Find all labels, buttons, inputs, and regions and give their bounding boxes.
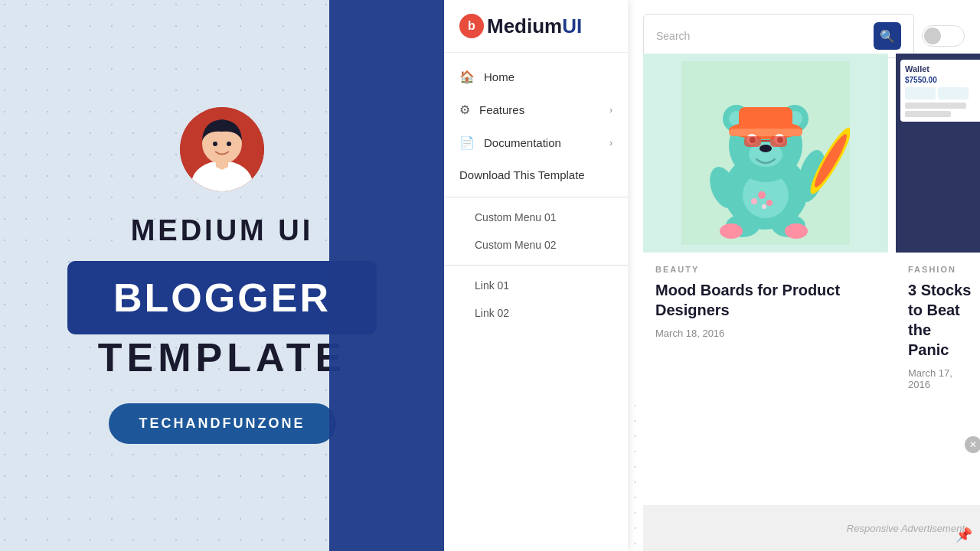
toggle-knob xyxy=(924,28,941,44)
nav-item-home[interactable]: 🏠 Home xyxy=(444,60,628,93)
avatar xyxy=(180,107,264,191)
features-icon: ⚙ xyxy=(459,103,470,117)
template-text: TEMPLATE xyxy=(67,334,377,380)
svg-point-4 xyxy=(213,142,217,146)
logo-letter: b xyxy=(468,19,475,33)
chevron-right-icon-doc: › xyxy=(609,138,612,148)
sub-label-link-01: Link 01 xyxy=(475,279,509,292)
avatar-container xyxy=(180,107,264,191)
home-icon: 🏠 xyxy=(459,70,475,84)
nav-item-features[interactable]: ⚙ Features › xyxy=(444,93,628,126)
svg-rect-23 xyxy=(739,107,792,132)
nav-sub-item-custom-menu-01[interactable]: Custom Menu 01 xyxy=(444,204,628,231)
blog-title-1: Mood Boards for Product Designers xyxy=(655,280,876,320)
blog-title-2: 3 Stocks to Beat the Panic xyxy=(908,280,975,360)
pin-icon: 📌 xyxy=(956,527,972,543)
blog-category-2: FASHION xyxy=(908,265,975,274)
svg-point-5 xyxy=(227,142,231,146)
blogger-box: BLOGGER xyxy=(67,261,377,334)
channel-button[interactable]: TECHANDFUNZONE xyxy=(109,403,336,444)
search-placeholder: Search xyxy=(656,30,690,42)
right-panel: b MediumUI 🏠 Home ⚙ Features › xyxy=(444,0,980,551)
nav-label-features: Features xyxy=(479,103,524,116)
logo-text: MediumUI xyxy=(487,15,582,38)
brand-title: MEDIUM UI xyxy=(67,214,377,247)
svg-rect-24 xyxy=(729,129,802,136)
nav-items: 🏠 Home ⚙ Features › 📄 Documentation › xyxy=(444,53,628,551)
left-panel: MEDIUM UI BLOGGER TEMPLATE TECHANDFUNZON… xyxy=(0,0,444,551)
svg-point-34 xyxy=(758,191,766,199)
nav-divider-2 xyxy=(444,265,628,266)
search-area: Search 🔍 xyxy=(643,14,965,58)
svg-rect-32 xyxy=(770,136,787,147)
logo-name-part2: UI xyxy=(562,15,582,37)
theme-toggle[interactable] xyxy=(922,25,965,47)
sub-label-link-02: Link 02 xyxy=(475,307,509,319)
blog-card-image-1 xyxy=(643,54,888,253)
blog-card-body-2: FASHION 3 Stocks to Beat the Panic March… xyxy=(896,253,980,403)
blog-date-1: March 18, 2016 xyxy=(655,328,876,339)
nav-label-home: Home xyxy=(484,70,514,83)
chevron-right-icon: › xyxy=(609,105,612,116)
nav-item-documentation[interactable]: 📄 Documentation › xyxy=(444,126,628,159)
nav-sub-item-link-02[interactable]: Link 02 xyxy=(444,299,628,327)
blog-card-1[interactable]: BEAUTY Mood Boards for Product Designers… xyxy=(643,54,888,505)
search-bar[interactable]: Search 🔍 xyxy=(643,14,914,58)
navbar: b MediumUI 🏠 Home ⚙ Features › xyxy=(444,0,628,551)
blog-card-body-1: BEAUTY Mood Boards for Product Designers… xyxy=(643,253,888,351)
close-button[interactable]: ✕ xyxy=(965,436,980,453)
nav-label-download: Download This Template xyxy=(459,168,585,181)
blog-category-1: BEAUTY xyxy=(655,265,876,274)
ad-label: Responsive Advertisement xyxy=(847,523,965,534)
nav-label-documentation: Documentation xyxy=(484,136,561,149)
blogger-text: BLOGGER xyxy=(113,276,331,320)
nav-sub-item-link-01[interactable]: Link 01 xyxy=(444,272,628,299)
blog-date-2: March 17, 2016 xyxy=(908,367,975,390)
svg-point-37 xyxy=(762,204,766,209)
svg-point-26 xyxy=(760,145,772,152)
sub-label-custom-02: Custom Menu 02 xyxy=(475,239,557,251)
sub-label-custom-01: Custom Menu 01 xyxy=(475,211,557,223)
ad-bar: Responsive Advertisement xyxy=(643,505,980,551)
logo-area: b MediumUI xyxy=(444,0,628,53)
svg-point-11 xyxy=(720,223,743,239)
logo-icon: b xyxy=(459,14,484,38)
documentation-icon: 📄 xyxy=(459,135,475,150)
search-button[interactable]: 🔍 xyxy=(874,22,901,50)
left-content: MEDIUM UI BLOGGER TEMPLATE TECHANDFUNZON… xyxy=(67,214,377,444)
blog-area: BEAUTY Mood Boards for Product Designers… xyxy=(643,54,980,505)
nav-sub-item-custom-menu-02[interactable]: Custom Menu 02 xyxy=(444,231,628,259)
svg-rect-31 xyxy=(744,136,761,147)
nav-divider-1 xyxy=(444,197,628,197)
svg-point-36 xyxy=(766,200,773,206)
svg-point-12 xyxy=(785,223,808,239)
svg-point-35 xyxy=(751,198,757,204)
nav-item-download[interactable]: Download This Template xyxy=(444,159,628,191)
logo-name-part1: Medium xyxy=(487,15,562,37)
search-icon: 🔍 xyxy=(880,29,895,44)
channel-text: TECHANDFUNZONE xyxy=(139,416,305,431)
